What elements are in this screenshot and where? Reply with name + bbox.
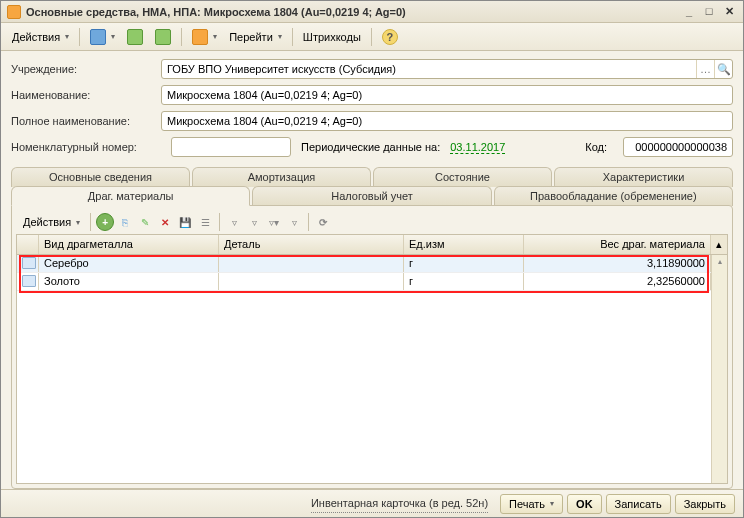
grid-scroll-top[interactable]: ▴ [711, 235, 727, 254]
filter-dropdown-button[interactable]: ▿▾ [265, 213, 283, 231]
name-label: Наименование: [11, 89, 161, 101]
tab-row-1: Основные сведения Амортизация Состояние … [11, 167, 733, 187]
tab-amort[interactable]: Амортизация [192, 167, 371, 187]
separator [90, 213, 91, 231]
help-icon: ? [382, 29, 398, 45]
print-label: Печать [509, 495, 545, 513]
go-label: Перейти [229, 31, 273, 43]
main-toolbar: Действия▾ ▾ ▾ Перейти▾ Штрихкоды ? [1, 23, 743, 51]
table-row[interactable]: Серебро г 3,11890000 [17, 255, 727, 273]
filter-2-button[interactable]: ▿ [245, 213, 263, 231]
separator [181, 28, 182, 46]
periodic-label: Периодические данные на: [301, 141, 440, 153]
actions-label: Действия [12, 31, 60, 43]
periodic-date-link[interactable]: 03.11.2017 [450, 141, 505, 154]
nomenk-input[interactable] [171, 137, 291, 157]
tab-ownership[interactable]: Правообладание (обременение) [494, 186, 733, 206]
tab-tax[interactable]: Налоговый учет [252, 186, 491, 206]
chevron-down-icon: ▾ [550, 495, 554, 513]
save-icon-button[interactable]: ▾ [85, 26, 120, 48]
precious-materials-grid: Вид драгметалла Деталь Ед.изм Вес драг. … [16, 234, 728, 484]
go-menu[interactable]: Перейти▾ [224, 26, 287, 48]
fullname-label: Полное наименование: [11, 115, 161, 127]
tab-panel-precious-materials: Действия▾ + ⎘ ✎ ✕ 💾 ☰ ▿ ▿ ▿▾ ▿ ⟳ [11, 205, 733, 489]
structure-button[interactable]: ▾ [187, 26, 222, 48]
nomenk-label: Номенклатурный номер: [11, 141, 161, 153]
org-label: Учреждение: [11, 63, 161, 75]
refresh-button[interactable]: ⟳ [314, 213, 332, 231]
grid-header-icon[interactable] [17, 235, 39, 254]
ok-button[interactable]: OK [567, 494, 602, 514]
name-input[interactable]: Микросхема 1804 (Au=0,0219 4; Ag=0) [161, 85, 733, 105]
tab-row-2: Драг. материалы Налоговый учет Правообла… [11, 186, 733, 206]
separator [292, 28, 293, 46]
delete-row-button[interactable]: ✕ [156, 213, 174, 231]
cell-weight[interactable]: 2,32560000 [524, 273, 711, 290]
folder-icon [192, 29, 208, 45]
grid-header-weight[interactable]: Вес драг. материала [524, 235, 711, 254]
grid-header-unit[interactable]: Ед.изм [404, 235, 524, 254]
cell-unit[interactable]: г [404, 273, 524, 290]
actions-menu[interactable]: Действия▾ [7, 26, 74, 48]
title-bar: Основные средства, НМА, НПА: Микросхема … [1, 1, 743, 23]
arrow-left-icon [127, 29, 143, 45]
window-title: Основные средства, НМА, НПА: Микросхема … [26, 6, 677, 18]
footer-bar: Инвентарная карточка (в ред. 52н) Печать… [1, 489, 743, 517]
maximize-button[interactable]: □ [701, 5, 717, 19]
copy-row-button[interactable]: ⎘ [116, 213, 134, 231]
print-button[interactable]: Печать▾ [500, 494, 563, 514]
cell-detail[interactable] [219, 273, 404, 290]
minimize-button[interactable]: _ [681, 5, 697, 19]
search-button[interactable]: 🔍 [714, 60, 732, 78]
reread-button[interactable] [122, 26, 148, 48]
ellipsis-button[interactable]: … [696, 60, 714, 78]
toggle-tree-button[interactable]: ☰ [196, 213, 214, 231]
tab-precious-materials[interactable]: Драг. материалы [11, 186, 250, 206]
chevron-down-icon: ▾ [111, 32, 115, 41]
tab-chars[interactable]: Характеристики [554, 167, 733, 187]
cell-unit[interactable]: г [404, 255, 524, 272]
grid-header-type[interactable]: Вид драгметалла [39, 235, 219, 254]
row-icon [22, 275, 36, 287]
close-button[interactable]: Закрыть [675, 494, 735, 514]
grid-actions-menu[interactable]: Действия▾ [18, 211, 85, 233]
chevron-down-icon: ▾ [65, 32, 69, 41]
edit-row-button[interactable]: ✎ [136, 213, 154, 231]
org-value: ГОБУ ВПО Университет искусств (Субсидия) [162, 60, 696, 78]
code-input[interactable]: 000000000000038 [623, 137, 733, 157]
separator [371, 28, 372, 46]
cell-weight[interactable]: 3,11890000 [524, 255, 711, 272]
filter-1-button[interactable]: ▿ [225, 213, 243, 231]
org-input[interactable]: ГОБУ ВПО Университет искусств (Субсидия)… [161, 59, 733, 79]
code-label: Код: [585, 141, 607, 153]
create-from-button[interactable] [150, 26, 176, 48]
filter-clear-button[interactable]: ▿ [285, 213, 303, 231]
row-icon [22, 257, 36, 269]
tab-main-info[interactable]: Основные сведения [11, 167, 190, 187]
cell-type[interactable]: Серебро [39, 255, 219, 272]
save-grid-button[interactable]: 💾 [176, 213, 194, 231]
grid-body: Серебро г 3,11890000 Золото г 2,32560000 [17, 255, 727, 483]
barcodes-button[interactable]: Штрихкоды [298, 26, 366, 48]
save-button[interactable]: Записать [606, 494, 671, 514]
grid-header: Вид драгметалла Деталь Ед.изм Вес драг. … [17, 235, 727, 255]
chevron-down-icon: ▾ [278, 32, 282, 41]
help-button[interactable]: ? [377, 26, 403, 48]
chevron-down-icon: ▾ [213, 32, 217, 41]
vertical-scrollbar[interactable]: ▴ [711, 255, 727, 483]
cell-type[interactable]: Золото [39, 273, 219, 290]
inventory-card-link[interactable]: Инвентарная карточка (в ред. 52н) [311, 494, 488, 513]
tab-state[interactable]: Состояние [373, 167, 552, 187]
fullname-input[interactable]: Микросхема 1804 (Au=0,0219 4; Ag=0) [161, 111, 733, 131]
tabs-container: Основные сведения Амортизация Состояние … [1, 167, 743, 489]
cell-detail[interactable] [219, 255, 404, 272]
scroll-up-icon[interactable]: ▴ [712, 255, 727, 270]
add-row-button[interactable]: + [96, 213, 114, 231]
grid-header-detail[interactable]: Деталь [219, 235, 404, 254]
table-row[interactable]: Золото г 2,32560000 [17, 273, 727, 291]
arrow-right-icon [155, 29, 171, 45]
close-window-button[interactable]: ✕ [721, 5, 737, 19]
chevron-down-icon: ▾ [76, 218, 80, 227]
grid-actions-label: Действия [23, 216, 71, 228]
form-area: Учреждение: ГОБУ ВПО Университет искусст… [1, 51, 743, 167]
